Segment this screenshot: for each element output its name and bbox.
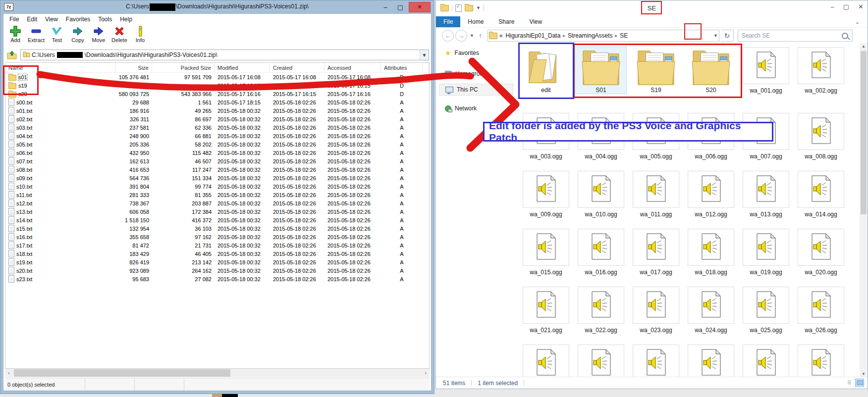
- file-row[interactable]: s17.txt81 47221 7312015-05-18 00:322015-…: [5, 241, 429, 249]
- folder-tile[interactable]: S20: [686, 47, 736, 94]
- file-tile[interactable]: wa_015.ogg: [521, 229, 571, 276]
- column-header-attributes[interactable]: Attributes: [381, 63, 423, 72]
- thumbnail-view-button[interactable]: [855, 379, 864, 387]
- menu-help[interactable]: Help: [116, 15, 136, 24]
- scrollbar-thumb[interactable]: [861, 51, 867, 214]
- file-row[interactable]: s16.txt355 65897 1622015-05-18 00:322015…: [5, 233, 429, 241]
- maximize-button[interactable]: ▢: [394, 3, 407, 11]
- file-tile[interactable]: wa_014.ogg: [796, 171, 846, 218]
- breadcrumb-item-higurashiep01_data[interactable]: HigurashiEp01_Data: [505, 32, 562, 39]
- tab-file[interactable]: File: [436, 16, 460, 27]
- toolbar-copy-button[interactable]: Copy: [68, 25, 88, 43]
- toolbar-move-button[interactable]: Move: [89, 25, 108, 43]
- tab-share[interactable]: Share: [491, 16, 522, 27]
- menu-favorites[interactable]: Favorites: [62, 15, 94, 24]
- file-tile[interactable]: [631, 345, 681, 377]
- file-row[interactable]: s11.txt281 33381 3552015-05-18 00:322015…: [5, 191, 429, 199]
- toolbar-delete-button[interactable]: Delete: [109, 25, 129, 43]
- address-dropdown-caret[interactable]: ▼: [713, 33, 718, 38]
- file-tile[interactable]: wa_021.ogg: [521, 287, 571, 334]
- file-tile[interactable]: wa_002.ogg: [796, 47, 846, 94]
- file-row[interactable]: s10.txt391 80499 7742015-05-18 00:322015…: [5, 182, 429, 191]
- file-row[interactable]: s08.txt416 653117 2472015-05-18 00:32201…: [5, 165, 429, 174]
- file-row[interactable]: s23.txt95 68327 0822015-05-18 00:322015-…: [5, 275, 429, 283]
- file-tile[interactable]: wa_011.ogg: [631, 171, 681, 218]
- file-tile[interactable]: wa_017.ogg: [631, 229, 681, 276]
- file-tile[interactable]: wa_019.ogg: [741, 229, 791, 276]
- file-tile[interactable]: wa_023.ogg: [631, 287, 681, 334]
- search-input[interactable]: [738, 30, 852, 41]
- file-tile[interactable]: wa_020.ogg: [796, 229, 846, 276]
- file-row[interactable]: s04.txt248 90066 8812015-05-18 00:322015…: [5, 132, 429, 140]
- file-row[interactable]: s192015-05-17 16:152015-05-17 16:142015-…: [5, 81, 429, 90]
- scroll-up-arrow-icon[interactable]: ▲: [860, 44, 868, 49]
- file-tile[interactable]: [796, 345, 846, 377]
- file-tile[interactable]: wa_007.ogg: [741, 113, 791, 160]
- toolbar-info-button[interactable]: Info: [130, 25, 150, 43]
- sidebar-item-network[interactable]: Network: [439, 102, 513, 114]
- file-tile[interactable]: [686, 345, 736, 377]
- file-tile[interactable]: wa_016.ogg: [576, 229, 626, 276]
- file-tile[interactable]: wa_010.ogg: [576, 171, 626, 218]
- column-header-size[interactable]: Size: [115, 63, 152, 72]
- file-row[interactable]: s18.txt183 42946 4052015-05-18 00:322015…: [5, 249, 429, 258]
- column-header-created[interactable]: Created: [270, 63, 325, 72]
- address-combobox[interactable]: C:\Users \Downloads\Higurashi\HigurashiP…: [20, 50, 429, 60]
- toolbar-extract-button[interactable]: Extract: [26, 25, 46, 43]
- file-tile[interactable]: wa_005.ogg: [631, 113, 681, 160]
- file-tile[interactable]: wa_022.ogg: [576, 287, 626, 334]
- toolbar-add-button[interactable]: Add: [5, 25, 25, 43]
- file-tile[interactable]: [741, 345, 791, 377]
- breadcrumb-item-se[interactable]: SE: [619, 32, 629, 39]
- file-tile[interactable]: [576, 345, 626, 377]
- address-dropdown-caret[interactable]: ▼: [420, 50, 429, 60]
- parent-folder-button[interactable]: [5, 50, 18, 60]
- scroll-left-arrow-icon[interactable]: ‹: [5, 370, 13, 376]
- ribbon-expand-chevron-icon[interactable]: ⌄: [855, 19, 860, 25]
- file-tile[interactable]: wa_001.ogg: [741, 47, 791, 94]
- up-button[interactable]: ↑: [477, 32, 484, 40]
- breadcrumb[interactable]: « HigurashiEp01_Data▸StreamingAssets▸SE …: [488, 30, 719, 42]
- file-tile[interactable]: wa_024.ogg: [686, 287, 736, 334]
- history-caret-icon[interactable]: ▼: [469, 33, 475, 38]
- file-row[interactable]: s01105 376 48197 591 7092015-05-17 16:08…: [5, 73, 429, 81]
- file-row[interactable]: s20580 093 725543 383 9662015-05-17 16:1…: [5, 90, 429, 98]
- tab-view[interactable]: View: [522, 16, 549, 27]
- file-tile[interactable]: wa_006.ogg: [686, 113, 736, 160]
- file-row[interactable]: s15.txt132 95436 1032015-05-18 00:322015…: [5, 224, 429, 233]
- column-header-packed-size[interactable]: Packed Size: [152, 63, 215, 72]
- menu-tools[interactable]: Tools: [94, 15, 116, 24]
- column-header-accessed[interactable]: Accessed: [325, 63, 381, 72]
- file-tile[interactable]: wa_025.ogg: [741, 287, 791, 334]
- file-row[interactable]: s05.txt205 33658 2022015-05-18 00:322015…: [5, 140, 429, 149]
- file-tile[interactable]: [521, 345, 571, 377]
- file-row[interactable]: s09.txt564 736151 3342015-05-18 00:32201…: [5, 174, 429, 182]
- file-row[interactable]: s20.txt923 089264 1622015-05-18 00:32201…: [5, 266, 429, 275]
- sidebar-item-homegroup[interactable]: Homegroup: [439, 68, 513, 80]
- minimize-button[interactable]: –: [831, 3, 834, 10]
- new-folder-icon[interactable]: [465, 5, 473, 11]
- file-tile[interactable]: wa_012.ogg: [686, 171, 736, 218]
- menu-file[interactable]: File: [5, 15, 23, 24]
- scrollbar-thumb[interactable]: [14, 369, 230, 377]
- refresh-icon[interactable]: ↻: [721, 30, 734, 42]
- vertical-scrollbar[interactable]: ▲ ▼: [860, 43, 868, 377]
- file-row[interactable]: s13.txt606 058172 3842015-05-18 00:32201…: [5, 207, 429, 216]
- properties-icon[interactable]: [455, 4, 462, 12]
- file-row[interactable]: s00.txt29 6881 5612015-05-17 18:152015-0…: [5, 98, 429, 106]
- explorer-titlebar[interactable]: ▼ SE – ▢ ✕: [436, 0, 868, 15]
- menu-view[interactable]: View: [41, 15, 62, 24]
- scroll-down-arrow-icon[interactable]: ▼: [860, 372, 868, 376]
- file-row[interactable]: s19.txt826 419213 1422015-05-18 00:32201…: [5, 258, 429, 266]
- sidebar-item-favorites[interactable]: ★Favorites: [439, 47, 513, 59]
- back-button[interactable]: ←: [442, 30, 454, 42]
- file-tile[interactable]: wa_008.ogg: [796, 113, 846, 160]
- menu-edit[interactable]: Edit: [23, 15, 41, 24]
- sevenzip-titlebar[interactable]: 7z C:\Users\Downloads\Higurashi\Higurash…: [3, 0, 432, 13]
- forward-button[interactable]: →: [455, 30, 467, 42]
- sidebar-item-this-pc[interactable]: This PC: [439, 84, 513, 96]
- file-tile[interactable]: wa_009.ogg: [521, 171, 571, 218]
- folder-icon[interactable]: [440, 5, 449, 11]
- scroll-right-arrow-icon[interactable]: ›: [422, 370, 430, 376]
- folder-tile[interactable]: S19: [631, 47, 681, 94]
